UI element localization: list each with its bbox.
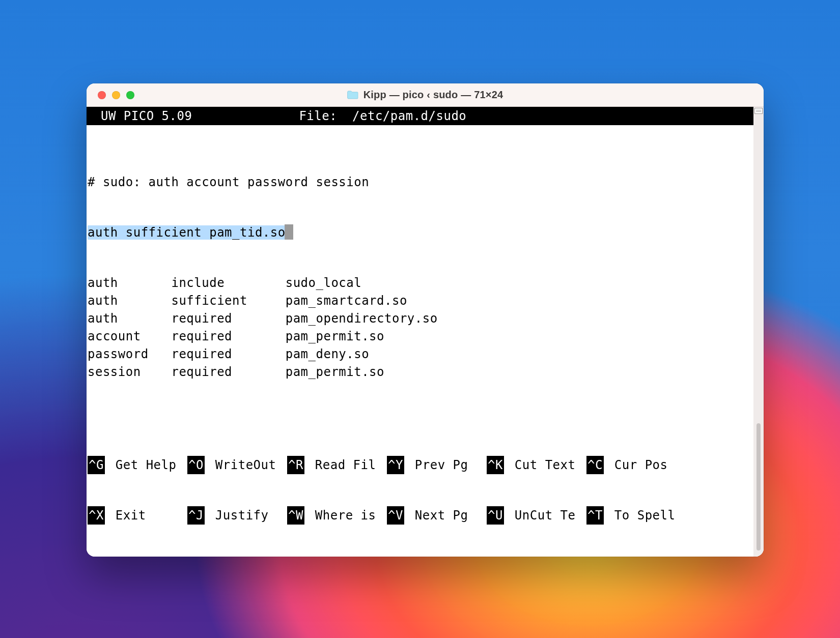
shortcut-key: ^U xyxy=(487,506,504,525)
shortcut[interactable]: ^G Get Help xyxy=(88,456,187,474)
shortcut-key: ^C xyxy=(586,456,604,474)
selected-line: auth sufficient pam_tid.so xyxy=(88,224,438,242)
shortcut-label: Next Pg xyxy=(404,507,468,524)
shortcut-key: ^O xyxy=(187,456,205,474)
shortcut-key: ^X xyxy=(88,506,105,525)
minimize-button[interactable] xyxy=(112,91,120,99)
shortcut-footer: ^G Get Help^O WriteOut^R Read Fil^Y Prev… xyxy=(87,423,753,557)
shortcut-key: ^G xyxy=(88,456,105,474)
shortcut-label: WriteOut xyxy=(205,457,276,473)
config-line: session required pam_permit.so xyxy=(88,364,438,382)
terminal-body[interactable]: UW PICO 5.09 File: /etc/pam.d/sudo # sud… xyxy=(87,107,753,557)
editor-app-name: UW PICO 5.09 xyxy=(87,108,192,125)
shortcut[interactable]: ^Y Prev Pg xyxy=(387,456,487,474)
shortcut-key: ^W xyxy=(287,506,304,525)
shortcut-label: Justify xyxy=(205,507,269,524)
terminal-area[interactable]: UW PICO 5.09 File: /etc/pam.d/sudo # sud… xyxy=(87,107,764,557)
shortcut[interactable]: ^U UnCut Te xyxy=(487,506,586,525)
shortcut-label: Cut Text xyxy=(504,457,576,473)
window-title: Kipp — pico ‹ sudo — 71×24 xyxy=(347,89,503,101)
comment-line: # sudo: auth account password session xyxy=(88,174,438,192)
terminal-window: Kipp — pico ‹ sudo — 71×24 UW PICO 5.09 … xyxy=(87,83,764,557)
editor-titlebar: UW PICO 5.09 File: /etc/pam.d/sudo xyxy=(87,107,753,125)
shortcut[interactable]: ^J Justify xyxy=(187,506,287,525)
shortcut-label: Cur Pos xyxy=(604,457,668,473)
shortcut[interactable]: ^T To Spell xyxy=(586,506,686,525)
window-title-text: Kipp — pico ‹ sudo — 71×24 xyxy=(363,89,503,101)
shortcut-label: Prev Pg xyxy=(404,457,468,473)
shortcut-label: UnCut Te xyxy=(504,507,576,524)
scroll-indicator-icon[interactable] xyxy=(754,108,763,114)
config-line: auth required pam_opendirectory.so xyxy=(88,310,438,328)
close-button[interactable] xyxy=(98,91,106,99)
shortcut[interactable]: ^V Next Pg xyxy=(387,506,487,525)
shortcut-label: Exit xyxy=(105,507,146,524)
shortcut[interactable]: ^K Cut Text xyxy=(487,456,586,474)
shortcut-key: ^Y xyxy=(387,456,404,474)
config-line: account required pam_permit.so xyxy=(88,328,438,346)
cursor xyxy=(285,224,293,240)
shortcut-key: ^K xyxy=(487,456,504,474)
shortcut[interactable]: ^C Cur Pos xyxy=(586,456,686,474)
shortcut[interactable]: ^R Read Fil xyxy=(287,456,387,474)
folder-icon xyxy=(347,91,358,99)
shortcut-key: ^J xyxy=(187,506,205,525)
shortcut-row-2: ^X Exit^J Justify^W Where is^V Next Pg^U… xyxy=(88,506,753,524)
shortcut[interactable]: ^O WriteOut xyxy=(187,456,287,474)
shortcut-label: To Spell xyxy=(604,507,676,524)
window-titlebar[interactable]: Kipp — pico ‹ sudo — 71×24 xyxy=(87,83,764,107)
editor-file-label: File: /etc/pam.d/sudo xyxy=(299,108,466,125)
zoom-button[interactable] xyxy=(126,91,134,99)
shortcut-key: ^T xyxy=(586,506,604,525)
shortcut-label: Get Help xyxy=(105,457,177,473)
scrollbar[interactable] xyxy=(753,107,764,557)
config-line: auth include sudo_local xyxy=(88,275,438,293)
config-line: password required pam_deny.so xyxy=(88,346,438,364)
shortcut-key: ^R xyxy=(287,456,304,474)
shortcut-key: ^V xyxy=(387,506,404,525)
config-line: auth sufficient pam_smartcard.so xyxy=(88,293,438,310)
scroll-thumb[interactable] xyxy=(757,423,761,550)
shortcut-row-1: ^G Get Help^O WriteOut^R Read Fil^Y Prev… xyxy=(88,456,753,474)
shortcut[interactable]: ^X Exit xyxy=(88,506,187,525)
shortcut-label: Where is xyxy=(304,507,376,524)
editor-content[interactable]: # sudo: auth account password session au… xyxy=(87,141,438,414)
shortcut[interactable]: ^W Where is xyxy=(287,506,387,525)
editor-file-path: /etc/pam.d/sudo xyxy=(352,109,466,123)
traffic-lights xyxy=(98,91,134,99)
shortcut-label: Read Fil xyxy=(304,457,376,473)
